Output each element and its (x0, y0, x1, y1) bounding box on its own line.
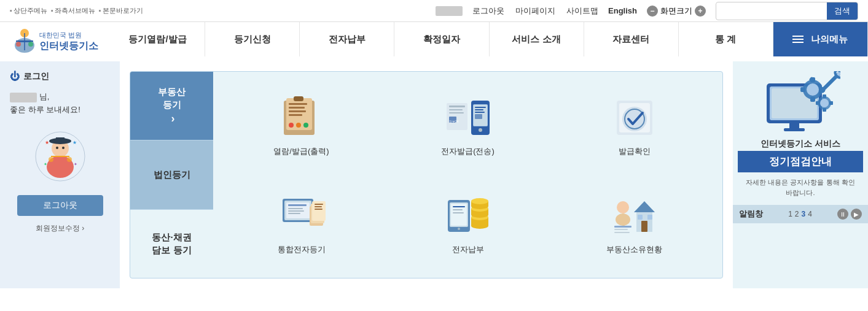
right-panel: 인터넷등기소 서비스 정기점검안내 자세한 내용은 공지사항을 통해 확인 바랍… (733, 61, 868, 288)
alarm-pages: 1 2 3 4 (788, 210, 812, 218)
category-label-2: 동산·채권담보 등기 (152, 231, 191, 256)
svg-rect-82 (641, 221, 647, 232)
skip-content[interactable]: 본문바로가기 (99, 6, 143, 15)
svg-rect-59 (315, 204, 323, 205)
svg-rect-34 (449, 112, 464, 113)
icon-label-4: 전자납부 (452, 244, 484, 255)
svg-rect-91 (789, 123, 799, 128)
svg-point-40 (479, 128, 482, 132)
svg-rect-106 (829, 101, 833, 105)
icon-integrated-electronic[interactable]: 통합전자등기 (218, 175, 385, 273)
svg-rect-105 (816, 101, 819, 105)
language-button[interactable]: English (608, 6, 637, 15)
nav-item-mymenu[interactable]: 나의메뉴 (773, 22, 868, 56)
svg-text:✦: ✦ (74, 162, 77, 166)
svg-rect-85 (614, 226, 631, 228)
icon-electronic-issue[interactable]: 정부24 (385, 77, 551, 175)
svg-point-15 (49, 157, 53, 162)
svg-rect-53 (288, 208, 303, 209)
phone-icon: 정부24 (444, 95, 493, 141)
nav-item-stats[interactable]: 통 계 (679, 22, 773, 56)
power-icon: ⏻ (10, 71, 20, 82)
sitemap-link[interactable]: 사이트맵 (566, 6, 598, 17)
monitor-gears-icon (760, 71, 840, 139)
nav-item-service[interactable]: 서비스 소개 (490, 22, 584, 56)
nav-item-date[interactable]: 확정일자 (394, 22, 489, 56)
service-title: 인터넷등기소 서비스 (760, 139, 840, 150)
font-size-label: 화면크기 (660, 6, 692, 17)
logout-button[interactable]: 로그아웃 (17, 195, 103, 216)
svg-point-79 (616, 213, 630, 226)
alarm-next-button[interactable]: ▶ (851, 209, 862, 220)
greeting-suffix: 님, (39, 92, 50, 101)
user-name-box (10, 93, 37, 102)
alarm-bar: 알림창 1 2 3 4 ⏸ ▶ (733, 205, 868, 223)
search-input[interactable] (716, 4, 827, 18)
svg-point-78 (617, 201, 629, 213)
nav-item-application[interactable]: 등기신청 (205, 22, 300, 56)
category-real-estate[interactable]: 부동산등기 › (130, 72, 213, 140)
util-links: 로그아웃 마이페이지 사이트맵 (472, 6, 598, 17)
skip-main-menu[interactable]: 상단주메뉴 (10, 6, 47, 15)
sidebar: ⏻ 로그인 님, 좋은 하루 보내세요! (0, 61, 120, 288)
icon-issue-check[interactable]: 발급확인 (551, 77, 717, 175)
service-banner: 인터넷등기소 서비스 정기점검안내 자세한 내용은 공지사항을 통해 확인 바랍… (733, 61, 868, 205)
svg-rect-44 (475, 114, 482, 119)
icon-electronic-payment[interactable]: 전자납부 (385, 175, 551, 273)
svg-rect-84 (647, 215, 652, 220)
font-controls: − 화면크기 + (647, 6, 706, 17)
nav-item-registry[interactable]: 등기열람/발급 (111, 22, 205, 56)
top-bar: 상단주메뉴 좌측서브메뉴 본문바로가기 로그아웃 마이페이지 사이트맵 Engl… (0, 0, 868, 22)
svg-rect-41 (475, 107, 486, 108)
logo[interactable]: 대한민국 법원 인터넷등기소 (0, 22, 111, 61)
svg-rect-65 (453, 206, 465, 207)
svg-rect-86 (614, 229, 628, 230)
login-header: ⏻ 로그인 (10, 71, 110, 82)
svg-rect-23 (289, 103, 307, 105)
icon-real-estate-status[interactable]: 부동산소유현황 (551, 175, 717, 273)
svg-rect-54 (288, 210, 304, 212)
alarm-page-2[interactable]: 2 (795, 210, 799, 218)
icon-view-print[interactable]: 열람/발급(출력) (218, 77, 385, 175)
svg-rect-60 (315, 206, 322, 207)
svg-rect-67 (453, 212, 464, 213)
svg-point-47 (622, 107, 647, 131)
avatar-icon: ★ ★ ✦ ✦ (33, 129, 88, 184)
svg-rect-96 (810, 97, 815, 102)
svg-rect-27 (294, 96, 303, 101)
svg-rect-61 (315, 209, 323, 210)
nav-item-data[interactable]: 자료센터 (584, 22, 679, 56)
member-edit-link[interactable]: 회원정보수정 › (36, 223, 84, 234)
skip-links: 상단주메뉴 좌측서브메뉴 본문바로가기 (10, 6, 143, 15)
svg-point-13 (62, 147, 65, 149)
svg-rect-83 (638, 215, 643, 220)
font-increase-button[interactable]: + (695, 6, 706, 17)
category-movable[interactable]: 동산·채권담보 등기 (130, 210, 213, 278)
mypage-link[interactable]: 마이페이지 (515, 6, 555, 17)
service-desc: 자세한 내용은 공지사항을 통해 확인 바랍니다. (738, 177, 863, 198)
svg-rect-87 (614, 232, 630, 233)
font-decrease-button[interactable]: − (647, 6, 658, 17)
svg-rect-92 (784, 128, 805, 131)
alarm-pause-button[interactable]: ⏸ (837, 209, 848, 220)
nav-items: 등기열람/발급 등기신청 전자납부 확정일자 서비스 소개 자료센터 통 계 나… (111, 22, 868, 61)
svg-point-28 (289, 123, 294, 128)
svg-text:★: ★ (45, 140, 49, 145)
skip-sub-menu[interactable]: 좌측서브메뉴 (51, 6, 95, 15)
clipboard-icon (277, 95, 326, 141)
avatar-area: ★ ★ ✦ ✦ (33, 129, 88, 184)
alarm-page-4[interactable]: 4 (808, 210, 812, 218)
svg-point-68 (458, 228, 460, 230)
alarm-page-3[interactable]: 3 (802, 210, 806, 218)
logout-link[interactable]: 로그아웃 (472, 6, 504, 17)
category-corporation[interactable]: 법인등기 (130, 140, 213, 209)
greeting-sub: 좋은 하루 보내세요! (10, 105, 80, 114)
svg-rect-26 (289, 114, 302, 116)
nav-item-payment[interactable]: 전자납부 (300, 22, 394, 56)
search-button[interactable]: 검색 (827, 2, 858, 20)
svg-point-16 (67, 157, 72, 162)
category-grid: 부동산등기 › 법인등기 동산·채권담보 등기 (130, 71, 723, 278)
categories-column: 부동산등기 › 법인등기 동산·채권담보 등기 (130, 72, 213, 278)
alarm-page-1[interactable]: 1 (788, 210, 792, 218)
main-nav: 대한민국 법원 인터넷등기소 등기열람/발급 등기신청 전자납부 확정일자 서비… (0, 22, 868, 61)
